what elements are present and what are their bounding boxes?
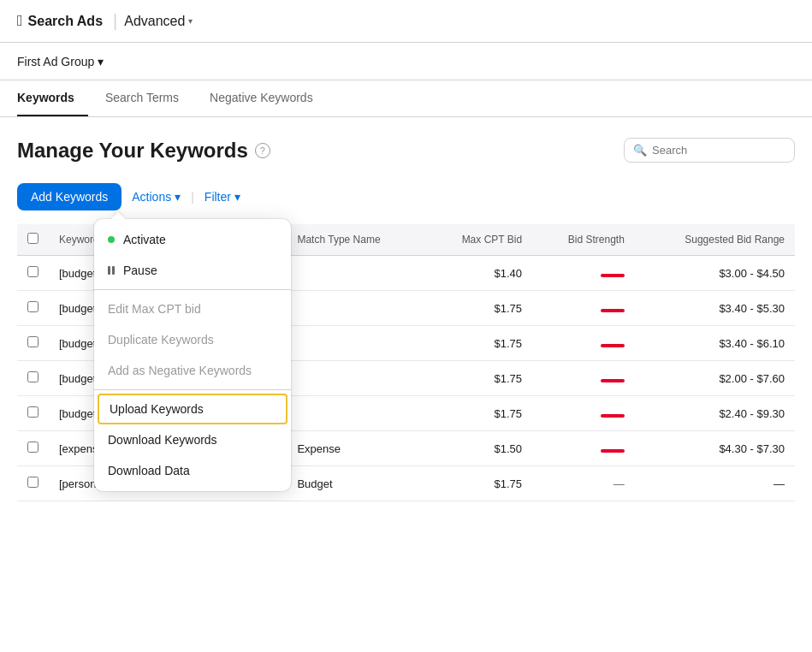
row-checkbox-cell[interactable] [17, 396, 49, 431]
dropdown-item-add-negative: Add as Negative Keywords [94, 355, 291, 386]
dropdown-item-download-data[interactable]: Download Data [94, 455, 291, 486]
col-header-suggested-bid: Suggested Bid Range [635, 224, 795, 256]
row-max-cpt: $1.75 [425, 396, 533, 431]
adgroup-name-label: First Ad Group [17, 55, 94, 68]
col-header-bid-strength: Bid Strength [532, 224, 635, 256]
brand-name: Search Ads [28, 14, 103, 29]
page-header: Manage Your Keywords ? 🔍 [17, 138, 795, 163]
col-header-checkbox[interactable] [17, 224, 49, 256]
dropdown-item-activate[interactable]: Activate [94, 224, 291, 255]
search-input[interactable] [652, 144, 785, 157]
page-title: Manage Your Keywords [17, 139, 248, 163]
help-icon[interactable]: ? [255, 143, 270, 158]
row-checkbox-cell[interactable] [17, 431, 49, 466]
row-checkbox[interactable] [27, 442, 39, 453]
dropdown-item-edit-bid: Edit Max CPT bid [94, 293, 291, 324]
row-checkbox[interactable] [27, 371, 39, 382]
row-checkbox-cell[interactable] [17, 466, 49, 501]
row-bid-strength [532, 256, 635, 291]
row-match-type [287, 396, 424, 431]
row-checkbox[interactable] [27, 266, 39, 277]
download-label: Download Keywords [108, 433, 217, 447]
row-max-cpt: $1.50 [425, 431, 533, 466]
row-match-type [287, 326, 424, 361]
dropdown-triangle [111, 212, 125, 219]
dropdown-item-duplicate: Duplicate Keywords [94, 324, 291, 355]
dropdown-divider-2 [94, 389, 291, 390]
select-all-checkbox[interactable] [27, 233, 39, 244]
row-max-cpt: $1.40 [425, 256, 533, 291]
duplicate-label: Duplicate Keywords [108, 333, 214, 347]
col-header-max-cpt: Max CPT Bid [425, 224, 533, 256]
adgroup-bar: First Ad Group ▾ [0, 43, 812, 80]
row-checkbox[interactable] [27, 336, 39, 347]
header-divider: | [113, 11, 117, 31]
filter-chevron-icon: ▾ [234, 190, 240, 204]
adgroup-chevron-icon: ▾ [98, 55, 104, 68]
row-checkbox[interactable] [27, 301, 39, 312]
actions-dropdown: Activate Pause Edit Max CPT bid Duplicat… [94, 219, 291, 491]
filter-button[interactable]: Filter ▾ [204, 190, 240, 204]
row-checkbox-cell[interactable] [17, 361, 49, 396]
activate-status-icon [108, 236, 115, 243]
adgroup-selector[interactable]: First Ad Group ▾ [17, 55, 104, 68]
row-match-type [287, 256, 424, 291]
search-bar[interactable]: 🔍 [624, 138, 795, 163]
dropdown-item-download[interactable]: Download Keywords [94, 424, 291, 455]
row-checkbox-cell[interactable] [17, 326, 49, 361]
tab-negative-keywords[interactable]: Negative Keywords [196, 80, 327, 116]
dropdown-item-upload[interactable]: Upload Keywords [98, 394, 287, 424]
no-bid-strength: — [613, 477, 625, 490]
bid-strength-bar [601, 414, 625, 418]
row-max-cpt: $1.75 [425, 326, 533, 361]
bid-strength-bar [601, 274, 625, 277]
activate-label: Activate [123, 233, 166, 246]
row-bid-strength [532, 396, 635, 431]
product-name[interactable]: Advanced ▾ [124, 14, 193, 29]
tab-search-terms[interactable]: Search Terms [92, 80, 193, 116]
row-suggested-bid: $4.30 - $7.30 [635, 431, 795, 466]
row-checkbox-cell[interactable] [17, 291, 49, 326]
bid-strength-bar [601, 379, 625, 382]
row-match-type: Budget [287, 466, 424, 501]
product-chevron-icon: ▾ [188, 16, 193, 26]
row-bid-strength [532, 291, 635, 326]
dropdown-item-pause[interactable]: Pause [94, 255, 291, 286]
row-match-type: Expense [287, 431, 424, 466]
bid-strength-bar [601, 344, 625, 347]
row-bid-strength [532, 431, 635, 466]
toolbar: Add Keywords Actions ▾ | Filter ▾ Activa… [17, 183, 795, 210]
add-negative-label: Add as Negative Keywords [108, 364, 252, 377]
page-content: Manage Your Keywords ? 🔍 Add Keywords Ac… [0, 117, 812, 501]
row-match-type [287, 361, 424, 396]
edit-bid-label: Edit Max CPT bid [108, 302, 201, 316]
row-max-cpt: $1.75 [425, 291, 533, 326]
app-header:  Search Ads | Advanced ▾ [0, 0, 812, 43]
row-suggested-bid: $2.00 - $7.60 [635, 361, 795, 396]
search-icon: 🔍 [633, 144, 647, 157]
row-checkbox[interactable] [27, 477, 39, 488]
actions-button[interactable]: Actions ▾ [132, 190, 181, 204]
tabs-bar: Keywords Search Terms Negative Keywords [0, 80, 812, 117]
row-suggested-bid: $2.40 - $9.30 [635, 396, 795, 431]
col-header-match-type: Match Type Name [287, 224, 424, 256]
tab-keywords[interactable]: Keywords [17, 80, 88, 116]
download-data-label: Download Data [108, 464, 190, 477]
row-bid-strength [532, 326, 635, 361]
add-keywords-button[interactable]: Add Keywords [17, 183, 122, 210]
row-match-type [287, 291, 424, 326]
upload-label: Upload Keywords [110, 402, 204, 416]
row-checkbox[interactable] [27, 406, 39, 418]
bid-strength-bar [601, 309, 625, 312]
row-checkbox-cell[interactable] [17, 256, 49, 291]
pause-icon [108, 266, 115, 275]
row-max-cpt: $1.75 [425, 466, 533, 501]
row-suggested-bid: — [635, 466, 795, 501]
row-suggested-bid: $3.40 - $5.30 [635, 291, 795, 326]
toolbar-divider: | [191, 190, 194, 204]
pause-label: Pause [123, 264, 157, 277]
apple-logo-icon:  [17, 12, 23, 30]
row-suggested-bid: $3.40 - $6.10 [635, 326, 795, 361]
row-max-cpt: $1.75 [425, 361, 533, 396]
row-bid-strength [532, 361, 635, 396]
